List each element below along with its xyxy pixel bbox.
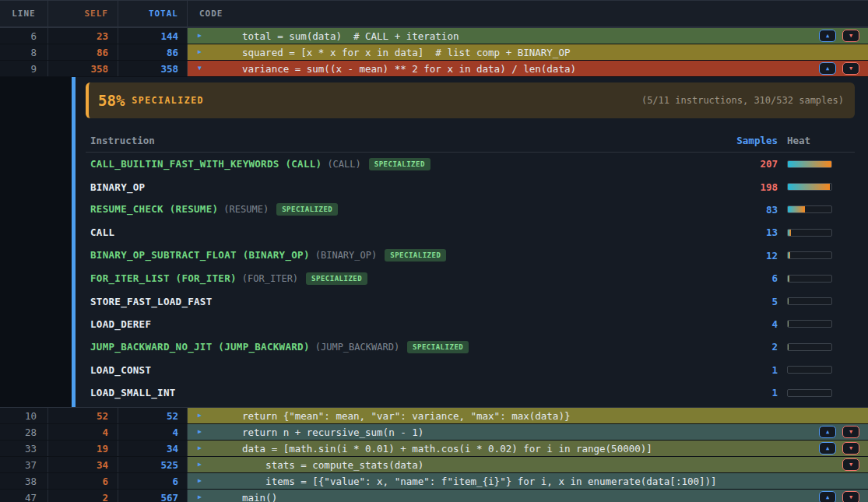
code-text: variance = sum((x - mean) ** 2 for x in …: [242, 63, 576, 75]
instruction-name: BINARY_OP_SUBTRACT_FLOAT (BINARY_OP): [90, 249, 310, 261]
instruction-base-opcode: (RESUME): [223, 204, 269, 215]
code-cell[interactable]: ▶return {"mean": mean, "var": variance, …: [188, 408, 868, 423]
instruction-samples: 1: [692, 387, 778, 398]
instruction-row: CALL13: [86, 221, 855, 244]
instruction-heat-cell: [778, 275, 855, 283]
profiler-window: LINE SELF TOTAL CODE 623144▶total = sum(…: [0, 0, 868, 502]
instruction-name-cell: FOR_ITER_LIST (FOR_ITER)(FOR_ITER)SPECIA…: [86, 272, 692, 285]
heat-bar-track: [787, 366, 832, 374]
move-down-button[interactable]: ▼: [842, 491, 859, 502]
code-cell[interactable]: ▼variance = sum((x - mean) ** 2 for x in…: [188, 61, 868, 76]
instruction-rows: CALL_BUILTIN_FAST_WITH_KEYWORDS (CALL)(C…: [86, 153, 855, 404]
code-row-line-47: 472567▶main()▲▼: [0, 490, 868, 502]
instruction-name: LOAD_SMALL_INT: [90, 387, 176, 398]
specialized-percent: 58%: [98, 92, 125, 109]
instruction-samples: 83: [692, 204, 778, 216]
expand-arrow-icon[interactable]: ▶: [198, 49, 207, 55]
expand-arrow-icon[interactable]: ▶: [198, 33, 207, 39]
heat-bar-fill: [788, 206, 805, 212]
expand-arrow-icon[interactable]: ▶: [198, 445, 207, 451]
code-cell[interactable]: ▶data = [math.sin(i * 0.01) + math.cos(i…: [188, 441, 868, 456]
collapse-arrow-icon[interactable]: ▼: [198, 65, 207, 72]
code-text: return {"mean": mean, "var": variance, "…: [242, 410, 570, 422]
line-number: 8: [0, 44, 48, 60]
self-samples: 2: [48, 490, 118, 502]
code-cell[interactable]: ▶ items = [{"value": x, "name": f"item_{…: [188, 473, 868, 489]
code-cell[interactable]: ▶squared = [x * x for x in data] # list …: [188, 44, 868, 60]
self-samples: 4: [48, 424, 118, 440]
instruction-base-opcode: (JUMP_BACKWARD): [315, 342, 399, 353]
row-move-buttons: ▲▼: [819, 62, 859, 75]
code-text: stats = compute_stats(data): [242, 459, 423, 471]
line-number: 6: [0, 28, 48, 44]
instruction-name-cell: LOAD_DEREF: [86, 318, 692, 330]
instruction-name-cell: BINARY_OP: [86, 181, 692, 193]
specialized-badge: SPECIALIZED: [407, 341, 469, 353]
heat-bar-track: [787, 297, 832, 305]
instruction-name: RESUME_CHECK (RESUME): [90, 203, 218, 215]
expand-arrow-icon[interactable]: ▶: [198, 429, 207, 435]
code-row-line-28: 2844▶return n + recursive_sum(n - 1)▲▼: [0, 424, 868, 440]
line-number: 28: [0, 424, 48, 440]
heat-bar-track: [787, 320, 832, 328]
column-header-heat[interactable]: Heat: [778, 135, 855, 146]
move-down-button[interactable]: ▼: [842, 442, 859, 455]
instruction-name: FOR_ITER_LIST (FOR_ITER): [90, 272, 237, 284]
column-header-total[interactable]: TOTAL: [118, 1, 188, 26]
instruction-base-opcode: (CALL): [327, 159, 360, 170]
expand-arrow-icon[interactable]: ▶: [198, 494, 207, 500]
move-down-button[interactable]: ▼: [842, 458, 859, 471]
instruction-row: LOAD_SMALL_INT1: [86, 381, 855, 404]
expand-arrow-icon[interactable]: ▶: [198, 462, 207, 468]
expand-arrow-icon[interactable]: ▶: [198, 478, 207, 484]
self-samples: 358: [48, 61, 118, 76]
column-header-instruction[interactable]: Instruction: [86, 135, 692, 146]
heat-bar-fill: [788, 161, 831, 167]
line-number: 9: [0, 61, 48, 76]
instruction-heat-cell: [778, 320, 855, 328]
code-row-line-9: 9358358▼variance = sum((x - mean) ** 2 f…: [0, 61, 868, 76]
specialization-summary: (5/11 instructions, 310/532 samples): [641, 95, 844, 106]
move-up-button[interactable]: ▲: [819, 442, 836, 455]
instruction-heat-cell: [778, 183, 855, 191]
column-header-line[interactable]: LINE: [0, 1, 48, 26]
instruction-row: LOAD_DEREF4: [86, 313, 855, 335]
instruction-samples: 1: [692, 364, 778, 376]
code-cell[interactable]: ▶ stats = compute_stats(data)▼: [188, 457, 868, 472]
specialization-banner: 58% SPECIALIZED (5/11 instructions, 310/…: [86, 82, 855, 118]
code-cell[interactable]: ▶main()▲▼: [188, 490, 868, 502]
instruction-name: CALL_BUILTIN_FAST_WITH_KEYWORDS (CALL): [90, 158, 322, 170]
instruction-row: RESUME_CHECK (RESUME)(RESUME)SPECIALIZED…: [86, 198, 855, 221]
move-up-button[interactable]: ▲: [819, 30, 836, 42]
column-header-code[interactable]: CODE: [188, 1, 868, 26]
instruction-samples: 13: [692, 226, 778, 238]
instruction-name-cell: LOAD_CONST: [86, 364, 692, 376]
instruction-samples: 2: [692, 341, 778, 353]
heat-bar-track: [787, 275, 832, 283]
heat-bar-track: [787, 251, 832, 259]
instruction-heat-cell: [778, 389, 855, 397]
line-number: 47: [0, 490, 48, 502]
move-up-button[interactable]: ▲: [819, 62, 836, 75]
code-cell[interactable]: ▶total = sum(data) # CALL + iteration▲▼: [188, 28, 868, 44]
column-header-samples[interactable]: Samples: [692, 135, 778, 146]
code-rows-bottom: 105252▶return {"mean": mean, "var": vari…: [0, 407, 868, 502]
self-samples: 19: [48, 441, 118, 456]
instruction-samples: 4: [692, 318, 778, 330]
move-up-button[interactable]: ▲: [819, 491, 836, 502]
instruction-heat-cell: [778, 251, 855, 259]
code-text: data = [math.sin(i * 0.01) + math.cos(i …: [242, 443, 652, 455]
code-cell[interactable]: ▶return n + recursive_sum(n - 1)▲▼: [188, 424, 868, 440]
code-row-line-33: 331934▶data = [math.sin(i * 0.01) + math…: [0, 441, 868, 456]
instruction-samples: 198: [692, 181, 778, 193]
move-down-button[interactable]: ▼: [842, 426, 859, 438]
expand-arrow-icon[interactable]: ▶: [198, 412, 207, 419]
instruction-row: FOR_ITER_LIST (FOR_ITER)(FOR_ITER)SPECIA…: [86, 267, 855, 290]
heat-bar-track: [787, 183, 832, 191]
move-up-button[interactable]: ▲: [819, 426, 836, 438]
instruction-row: JUMP_BACKWARD_NO_JIT (JUMP_BACKWARD)(JUM…: [86, 335, 855, 358]
move-down-button[interactable]: ▼: [842, 30, 859, 42]
column-header-self[interactable]: SELF: [48, 1, 118, 26]
move-down-button[interactable]: ▼: [842, 62, 859, 75]
total-samples: 567: [118, 490, 188, 502]
